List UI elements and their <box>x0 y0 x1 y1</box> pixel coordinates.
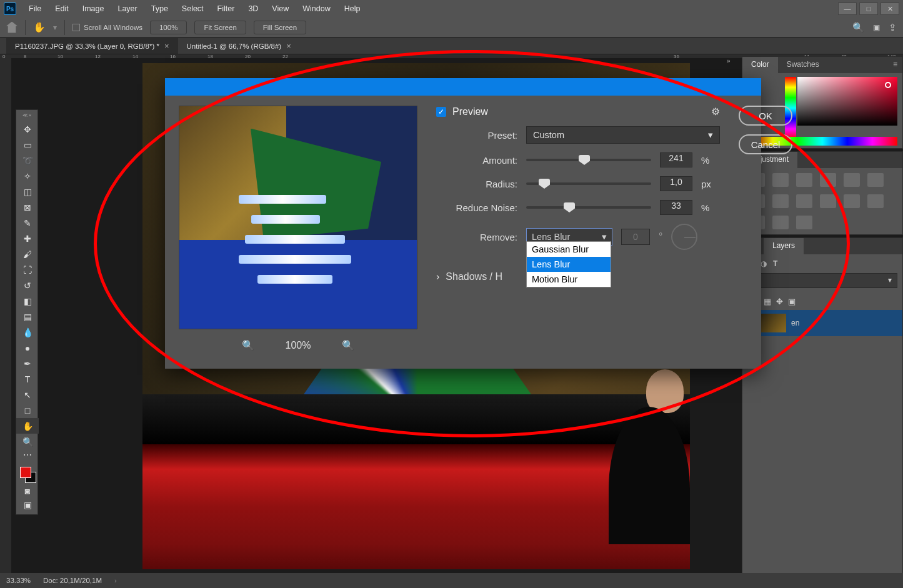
adj-lookup-icon[interactable] <box>820 194 836 208</box>
cancel-button[interactable]: Cancel <box>739 134 792 154</box>
remove-dropdown-list: Gaussian Blur Lens Blur Motion Blur <box>526 241 611 287</box>
amount-slider[interactable] <box>526 159 651 161</box>
dialog-titlebar[interactable] <box>165 78 761 96</box>
screen-mode[interactable]: ▣ <box>16 498 39 512</box>
menu-select[interactable]: Select <box>176 2 210 16</box>
window-maximize[interactable]: □ <box>859 2 878 15</box>
angle-wheel[interactable] <box>671 224 697 250</box>
noise-input[interactable]: 33 <box>660 200 692 215</box>
quickmask-tool[interactable]: ◙ <box>16 484 39 498</box>
dd-option-lens[interactable]: Lens Blur <box>527 257 611 272</box>
status-bar: 33.33% Doc: 20,1M/20,1M › <box>0 573 903 588</box>
adj-curves-icon[interactable] <box>796 173 812 187</box>
zoom-level[interactable]: 33.33% <box>6 577 31 584</box>
rect-tool[interactable]: □ <box>16 402 39 418</box>
radius-input[interactable]: 1,0 <box>660 176 692 191</box>
smart-sharpen-dialog: 🔍 100% 🔍 ✓ Preview ⚙ Preset: Custom▾ <box>165 78 761 369</box>
ok-button[interactable]: OK <box>739 106 792 126</box>
preset-select[interactable]: Custom▾ <box>526 126 720 144</box>
doc-tab-1[interactable]: P1160237.JPG @ 33,3% (Layer 0, RGB/8*) *… <box>6 38 178 54</box>
angle-input[interactable]: 0 <box>621 229 650 245</box>
adj-hue-icon[interactable] <box>867 173 884 187</box>
toolbox: ≪× ✥ ▭ ➰ ✧ ◫ ⊠ ✎ ✚ 🖌 ⛶ ↺ ◧ ▤ 💧 ● ✒ T ↖ □… <box>16 109 38 515</box>
tab-close-icon[interactable]: × <box>164 41 169 51</box>
stamp-tool[interactable]: ⛶ <box>16 262 39 277</box>
noise-slider[interactable] <box>526 206 651 209</box>
zoom-100-button[interactable]: 100% <box>150 21 187 34</box>
tab-close-icon[interactable]: × <box>286 41 291 51</box>
history-brush-tool[interactable]: ↺ <box>16 277 39 293</box>
adj-poster-icon[interactable] <box>867 194 884 208</box>
menu-window[interactable]: Window <box>296 2 336 16</box>
dialog-preview[interactable] <box>179 106 417 329</box>
frame-tool[interactable]: ⊠ <box>16 199 39 215</box>
fill-screen-button[interactable]: Fill Screen <box>254 21 306 34</box>
adj-selective-icon[interactable] <box>796 216 812 229</box>
adj-invert-icon[interactable] <box>844 194 860 208</box>
expand-icon[interactable]: › <box>436 271 439 282</box>
adj-vibrance-icon[interactable] <box>844 173 860 187</box>
menu-view[interactable]: View <box>266 2 295 16</box>
menu-filter[interactable]: Filter <box>211 2 241 16</box>
pen-tool[interactable]: ✒ <box>16 356 39 371</box>
status-chevron-icon[interactable]: › <box>114 577 117 584</box>
dodge-tool[interactable]: ● <box>16 340 39 356</box>
brush-tool[interactable]: 🖌 <box>16 246 39 262</box>
adj-exposure-icon[interactable] <box>820 173 836 187</box>
tab-color[interactable]: Color <box>742 57 778 73</box>
zoom-out-icon[interactable]: 🔍 <box>242 339 254 351</box>
gear-icon[interactable]: ⚙ <box>711 106 720 117</box>
heal-tool[interactable]: ✚ <box>16 231 39 246</box>
path-tool[interactable]: ↖ <box>16 387 39 402</box>
dd-option-motion[interactable]: Motion Blur <box>527 272 611 287</box>
color-picker[interactable] <box>797 77 897 126</box>
zoom-tool[interactable]: 🔍 <box>16 434 39 449</box>
panel-collapse-icon[interactable]: » <box>727 57 741 66</box>
hand-tool-icon[interactable]: ✋ <box>33 21 46 33</box>
menu-image[interactable]: Image <box>76 2 111 16</box>
wand-tool[interactable]: ✧ <box>16 168 39 184</box>
preview-zoom-label: 100% <box>286 340 311 351</box>
panel-menu-icon[interactable]: ≡ <box>888 57 902 73</box>
scroll-all-checkbox[interactable]: Scroll All Windows <box>72 24 142 31</box>
app-logo: Ps <box>4 2 16 15</box>
fit-screen-button[interactable]: Fit Screen <box>194 21 246 34</box>
radius-slider[interactable] <box>526 182 651 185</box>
menu-file[interactable]: File <box>22 2 47 16</box>
adj-mixer-icon[interactable] <box>796 194 812 208</box>
hand-tool[interactable]: ✋ <box>16 418 39 434</box>
remove-value: Lens Blur <box>532 232 570 242</box>
tab-swatches[interactable]: Swatches <box>778 57 828 73</box>
options-bar: ✋ ▾ Scroll All Windows 100% Fit Screen F… <box>0 17 903 37</box>
blur-tool[interactable]: 💧 <box>16 324 39 340</box>
menu-edit[interactable]: Edit <box>49 2 75 16</box>
zoom-in-icon[interactable]: 🔍 <box>342 339 354 351</box>
menu-layer[interactable]: Layer <box>111 2 143 16</box>
home-icon[interactable] <box>6 22 17 33</box>
search-icon[interactable]: 🔍 <box>852 22 864 33</box>
doc-tab-2[interactable]: Untitled-1 @ 66,7% (RGB/8#) × <box>178 38 300 54</box>
gradient-tool[interactable]: ▤ <box>16 309 39 324</box>
amount-input[interactable]: 241 <box>660 152 692 167</box>
radius-label: Radius: <box>436 179 517 189</box>
menu-3d[interactable]: 3D <box>242 2 264 16</box>
color-swatches[interactable] <box>19 464 35 483</box>
share-icon[interactable]: ⇪ <box>889 22 897 33</box>
eraser-tool[interactable]: ◧ <box>16 293 39 309</box>
move-tool[interactable]: ✥ <box>16 121 39 137</box>
view-mode-icon[interactable]: ▣ <box>873 23 880 32</box>
preview-checkbox[interactable]: ✓ Preview <box>436 106 488 117</box>
window-close[interactable]: ✕ <box>881 2 899 15</box>
edit-toolbar[interactable]: ⋯ <box>16 449 39 461</box>
eyedropper-tool[interactable]: ✎ <box>16 215 39 231</box>
menu-help[interactable]: Help <box>338 2 367 16</box>
crop-tool[interactable]: ◫ <box>16 184 39 199</box>
type-tool[interactable]: T <box>16 371 39 387</box>
lasso-tool[interactable]: ➰ <box>16 152 39 168</box>
window-minimize[interactable]: — <box>838 2 857 15</box>
menu-type[interactable]: Type <box>145 2 174 16</box>
noise-unit: % <box>701 202 720 213</box>
dd-option-gaussian[interactable]: Gaussian Blur <box>527 242 611 257</box>
doc-tab-2-label: Untitled-1 @ 66,7% (RGB/8#) <box>187 42 282 50</box>
marquee-tool[interactable]: ▭ <box>16 137 39 152</box>
